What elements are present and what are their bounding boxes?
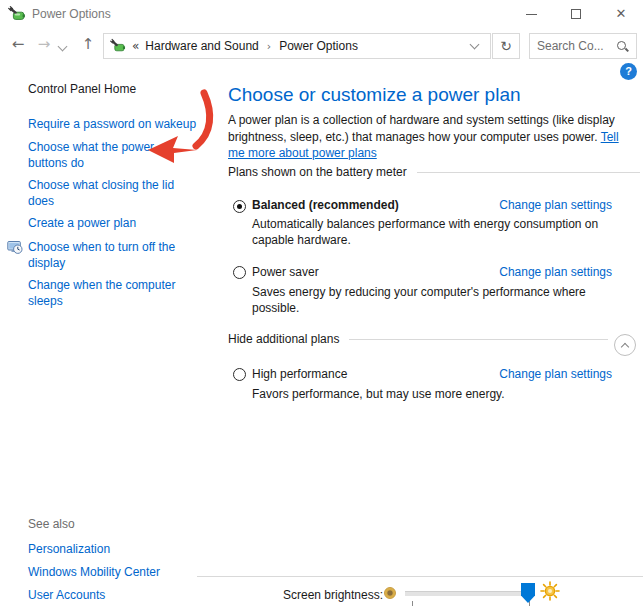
chevron-up-icon xyxy=(621,343,629,351)
section-header-rule xyxy=(417,172,640,173)
plan-name-balanced[interactable]: Balanced (recommended) xyxy=(252,198,399,212)
power-options-window: Power Options ✕ ← → ↑ « Hardware and Sou… xyxy=(0,0,643,615)
plan-description-balanced: Automatically balances performance with … xyxy=(252,216,630,248)
sidebar-item-user-accounts[interactable]: User Accounts xyxy=(28,587,105,603)
sidebar-item-power-buttons[interactable]: Choose what the power buttons do xyxy=(28,139,180,171)
radio-balanced[interactable] xyxy=(233,200,246,213)
section-header-label: Hide additional plans xyxy=(228,332,339,346)
sidebar-item-control-panel-home[interactable]: Control Panel Home xyxy=(28,81,136,97)
maximize-icon xyxy=(571,9,581,19)
sidebar-item-create-power-plan[interactable]: Create a power plan xyxy=(28,215,136,231)
display-clock-icon xyxy=(7,239,23,255)
history-dropdown-icon[interactable] xyxy=(58,42,68,52)
collapse-additional-plans-button[interactable] xyxy=(614,334,636,356)
screen-brightness-label: Screen brightness: xyxy=(283,588,383,602)
section-header-label: Plans shown on the battery meter xyxy=(228,165,407,179)
navigation-bar: ← → ↑ « Hardware and Sound › Power Optio… xyxy=(0,28,643,62)
intro-text: A power plan is a collection of hardware… xyxy=(228,113,615,144)
sidebar-item-computer-sleeps[interactable]: Change when the computer sleeps xyxy=(28,277,180,309)
plan-description-power-saver: Saves energy by reducing your computer's… xyxy=(252,284,630,316)
section-header-battery-meter: Plans shown on the battery meter xyxy=(228,165,640,179)
search-icon[interactable] xyxy=(616,40,629,53)
sidebar-item-closing-lid[interactable]: Choose what closing the lid does xyxy=(28,177,180,209)
section-header-additional-plans: Hide additional plans xyxy=(228,332,608,346)
help-icon[interactable]: ? xyxy=(620,63,637,80)
maximize-button[interactable] xyxy=(559,0,593,28)
intro-paragraph: A power plan is a collection of hardware… xyxy=(228,112,628,162)
sidebar-item-require-password[interactable]: Require a password on wakeup xyxy=(28,116,196,132)
address-dropdown-icon[interactable] xyxy=(470,40,480,50)
brightness-slider-thumb[interactable] xyxy=(521,583,535,603)
refresh-button[interactable]: ↻ xyxy=(492,33,520,59)
change-plan-settings-link-balanced[interactable]: Change plan settings xyxy=(499,198,612,212)
title-bar: Power Options ✕ xyxy=(0,0,643,28)
minimize-button[interactable] xyxy=(514,0,548,28)
plan-description-high-performance: Favors performance, but may use more ene… xyxy=(252,386,630,402)
footer-divider xyxy=(197,576,643,577)
address-bar[interactable]: « Hardware and Sound › Power Options xyxy=(103,33,491,59)
brightness-slider-track[interactable] xyxy=(405,591,533,596)
plan-name-power-saver[interactable]: Power saver xyxy=(252,265,319,279)
page-title: Choose or customize a power plan xyxy=(228,84,521,106)
breadcrumb-separator-icon: › xyxy=(267,40,271,53)
breadcrumb-collapse-chevrons[interactable]: « xyxy=(132,39,139,53)
brightness-high-sun-icon xyxy=(540,581,560,601)
sidebar-item-windows-mobility-center[interactable]: Windows Mobility Center xyxy=(28,564,160,580)
close-button[interactable]: ✕ xyxy=(604,0,638,28)
sidebar-item-personalization[interactable]: Personalization xyxy=(28,541,110,557)
see-also-header: See also xyxy=(28,516,75,532)
change-plan-settings-link-power-saver[interactable]: Change plan settings xyxy=(499,265,612,279)
sleep-moon-icon xyxy=(7,278,23,294)
breadcrumb-item-power-options[interactable]: Power Options xyxy=(279,39,358,53)
radio-power-saver[interactable] xyxy=(233,266,246,279)
breadcrumb-item-hardware-and-sound[interactable]: Hardware and Sound xyxy=(145,39,258,53)
power-options-breadcrumb-icon xyxy=(110,38,126,54)
change-plan-settings-link-high-performance[interactable]: Change plan settings xyxy=(499,367,612,381)
section-header-rule xyxy=(349,339,608,340)
forward-button[interactable]: → xyxy=(32,28,56,62)
search-input[interactable] xyxy=(537,39,616,53)
sidebar-item-turn-off-display[interactable]: Choose when to turn off the display xyxy=(28,239,180,271)
brightness-low-sun-icon xyxy=(384,587,396,599)
search-box[interactable] xyxy=(529,33,637,59)
window-title: Power Options xyxy=(32,0,111,28)
minimize-icon xyxy=(526,14,537,15)
plan-name-high-performance[interactable]: High performance xyxy=(252,367,347,381)
radio-high-performance[interactable] xyxy=(233,368,246,381)
back-button[interactable]: ← xyxy=(6,28,30,62)
slider-tick xyxy=(412,601,413,606)
up-button[interactable]: ↑ xyxy=(76,28,100,62)
power-options-app-icon xyxy=(8,5,26,23)
